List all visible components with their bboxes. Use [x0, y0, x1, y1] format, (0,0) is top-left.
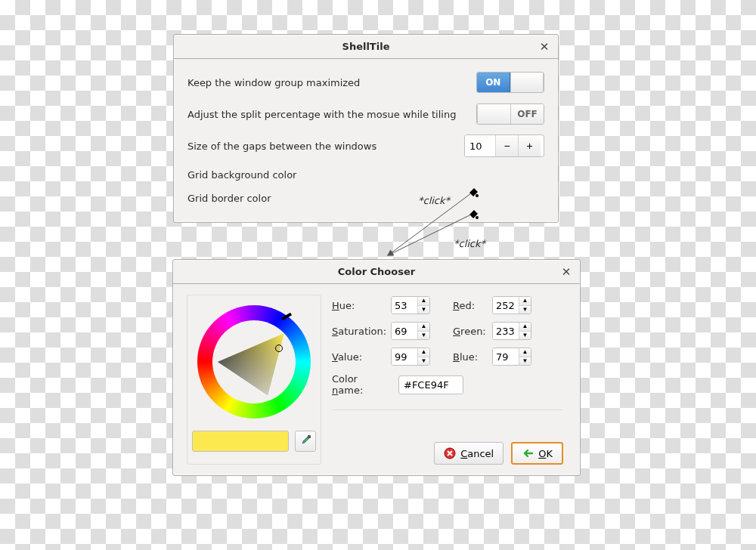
value-label: Value: [332, 351, 391, 363]
cancel-button[interactable]: Cancel [434, 442, 503, 465]
toggle-knob [510, 73, 544, 92]
click-annotation: *click* [418, 195, 450, 206]
color-name-input[interactable] [398, 375, 463, 394]
green-spinner: ▲▼ [492, 322, 531, 340]
eyedropper-icon [300, 435, 311, 448]
shelltile-title: ShellTile [342, 41, 390, 52]
color-wheel[interactable] [192, 300, 317, 425]
toggle-on-label: ON [477, 73, 510, 92]
hue-down-button[interactable]: ▼ [418, 306, 429, 314]
current-color-swatch [192, 431, 289, 452]
row-split-label: Adjust the split percentage with the mos… [187, 109, 476, 120]
separator [332, 409, 563, 410]
blue-up-button[interactable]: ▲ [519, 348, 531, 357]
saturation-up-button[interactable]: ▲ [418, 323, 429, 332]
hue-input[interactable] [392, 297, 417, 314]
shelltile-titlebar: ShellTile ✕ [174, 35, 558, 59]
close-icon[interactable]: ✕ [559, 264, 574, 280]
row-bg-color: Grid background color [187, 162, 544, 187]
svg-rect-6 [308, 435, 311, 438]
gap-decrement-button[interactable]: − [495, 135, 518, 156]
red-up-button[interactable]: ▲ [519, 297, 531, 306]
ok-label: K [546, 448, 553, 459]
red-spinner: ▲▼ [492, 296, 531, 314]
svg-marker-5 [218, 333, 284, 395]
color-chooser-title: Color Chooser [338, 266, 415, 277]
hue-label: Hue: [332, 300, 391, 311]
row-keep-maximized: Keep the window group maximized ON [187, 66, 544, 98]
hue-up-button[interactable]: ▲ [418, 297, 429, 306]
saturation-label: Saturation: [332, 326, 391, 337]
blue-label: Blue: [453, 351, 492, 363]
cancel-icon [444, 447, 456, 459]
row-border-label: Grid border color [187, 193, 544, 204]
saturation-input[interactable] [392, 323, 417, 339]
toggle-split-percentage[interactable]: OFF [476, 104, 544, 125]
color-name-label: Color name: [332, 373, 363, 396]
red-input[interactable] [493, 297, 519, 314]
shelltile-dialog: ShellTile ✕ Keep the window group maximi… [173, 34, 559, 223]
green-input[interactable] [493, 323, 519, 339]
blue-down-button[interactable]: ▼ [519, 357, 531, 366]
row-bg-label: Grid background color [187, 169, 544, 181]
blue-input[interactable] [493, 348, 519, 365]
sv-handle[interactable] [275, 345, 283, 352]
green-up-button[interactable]: ▲ [519, 323, 531, 332]
value-input[interactable] [392, 348, 417, 365]
close-icon[interactable]: ✕ [537, 39, 552, 54]
gap-increment-button[interactable]: + [518, 135, 541, 156]
row-gap-label: Size of the gaps between the windows [187, 141, 464, 152]
click-annotation: *click* [454, 238, 485, 249]
row-keep-maximized-label: Keep the window group maximized [187, 77, 476, 88]
paint-bucket-icon[interactable] [467, 209, 479, 223]
toggle-knob [477, 104, 511, 124]
color-chooser-left-panel [187, 295, 321, 465]
color-chooser-right-panel: Hue: ▲▼ Saturation: ▲▼ [321, 295, 566, 465]
toggle-off-label: OFF [511, 104, 544, 124]
blue-spinner: ▲▼ [492, 348, 531, 366]
color-chooser-dialog: Color Chooser ✕ [172, 259, 581, 476]
row-gap-size: Size of the gaps between the windows − + [187, 130, 544, 162]
svg-point-1 [476, 216, 479, 219]
eyedropper-button[interactable] [295, 431, 316, 452]
row-border-color: Grid border color [187, 187, 544, 209]
green-label: Green: [453, 326, 492, 337]
red-down-button[interactable]: ▼ [519, 306, 531, 314]
red-label: Red: [453, 300, 492, 311]
paint-bucket-icon[interactable] [467, 187, 479, 201]
ok-button[interactable]: OK [511, 442, 563, 465]
value-down-button[interactable]: ▼ [418, 357, 429, 366]
value-spinner: ▲▼ [391, 348, 430, 366]
row-split-percentage: Adjust the split percentage with the mos… [187, 98, 544, 130]
green-down-button[interactable]: ▼ [519, 332, 531, 340]
toggle-keep-maximized[interactable]: ON [476, 72, 544, 93]
hue-spinner: ▲▼ [391, 296, 430, 314]
gap-input[interactable] [465, 135, 495, 156]
value-up-button[interactable]: ▲ [418, 348, 429, 357]
gap-spinner: − + [464, 134, 544, 157]
color-chooser-titlebar: Color Chooser ✕ [173, 260, 580, 284]
svg-point-0 [476, 194, 479, 197]
saturation-down-button[interactable]: ▼ [418, 332, 429, 340]
saturation-spinner: ▲▼ [391, 322, 430, 340]
ok-icon [522, 447, 534, 459]
cancel-label: ancel [467, 448, 494, 459]
